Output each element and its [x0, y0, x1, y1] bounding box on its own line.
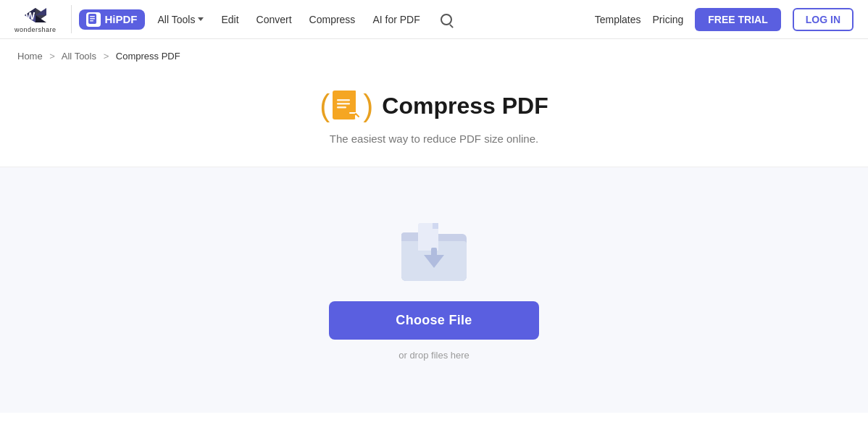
nav-compress[interactable]: Compress — [302, 9, 363, 30]
breadcrumb-current: Compress PDF — [116, 51, 180, 62]
svg-rect-7 — [337, 99, 350, 101]
svg-rect-6 — [351, 91, 356, 95]
hipdf-logo-icon — [86, 12, 101, 27]
svg-rect-3 — [90, 18, 95, 20]
svg-rect-4 — [90, 20, 93, 22]
hero-section: ( ) Compress PDF The easiest way to redu… — [0, 73, 868, 167]
free-trial-button[interactable]: FREE TRIAL — [695, 8, 780, 31]
nav-templates[interactable]: Templates — [595, 14, 641, 25]
page-title: Compress PDF — [382, 93, 548, 119]
hero-subtitle: The easiest way to reduce PDF size onlin… — [0, 133, 868, 145]
paren-left-icon: ( — [320, 91, 330, 121]
hipdf-label: HiPDF — [105, 13, 138, 25]
folder-illustration — [398, 219, 470, 281]
paren-right-icon: ) — [363, 91, 373, 121]
nav-edit[interactable]: Edit — [214, 9, 246, 30]
hero-title-wrapper: ( ) Compress PDF — [0, 88, 868, 124]
breadcrumb: Home > All Tools > Compress PDF — [0, 39, 868, 73]
nav-pricing[interactable]: Pricing — [653, 14, 684, 25]
wondershare-logo[interactable]: W wondershare — [14, 5, 57, 33]
pdf-document-icon — [331, 88, 362, 124]
nav-all-tools[interactable]: All Tools — [151, 9, 212, 30]
breadcrumb-sep-1: > — [49, 51, 55, 62]
paper-icon — [418, 223, 438, 251]
search-button[interactable] — [433, 9, 459, 30]
hipdf-badge[interactable]: HiPDF — [79, 9, 145, 30]
upload-arrow-icon — [424, 255, 444, 268]
chevron-down-icon — [198, 17, 204, 21]
breadcrumb-all-tools[interactable]: All Tools — [62, 51, 96, 62]
compress-pdf-icon: ( ) — [320, 88, 373, 124]
hipdf-doc-icon — [88, 13, 99, 26]
nav-ai-for-pdf[interactable]: AI for PDF — [365, 9, 427, 30]
logo-section: W wondershare — [14, 5, 72, 33]
svg-text:W: W — [25, 10, 36, 22]
upload-section: Choose File or drop files here — [0, 167, 868, 413]
nav-convert[interactable]: Convert — [249, 9, 299, 30]
wondershare-text: wondershare — [14, 26, 57, 33]
search-icon — [441, 14, 452, 25]
header: W wondershare HiPDF All Tools Edit Conve… — [0, 0, 868, 39]
svg-rect-2 — [90, 16, 95, 17]
svg-rect-9 — [337, 106, 346, 109]
choose-file-button[interactable]: Choose File — [329, 301, 539, 340]
breadcrumb-home[interactable]: Home — [17, 51, 43, 62]
breadcrumb-sep-2: > — [104, 51, 109, 62]
main-nav: All Tools Edit Convert Compress AI for P… — [151, 9, 459, 30]
drop-files-text: or drop files here — [398, 350, 470, 361]
nav-right: Templates Pricing FREE TRIAL LOG IN — [595, 8, 854, 31]
svg-rect-8 — [337, 103, 350, 105]
wondershare-icon: W — [22, 5, 49, 25]
login-button[interactable]: LOG IN — [793, 8, 854, 31]
